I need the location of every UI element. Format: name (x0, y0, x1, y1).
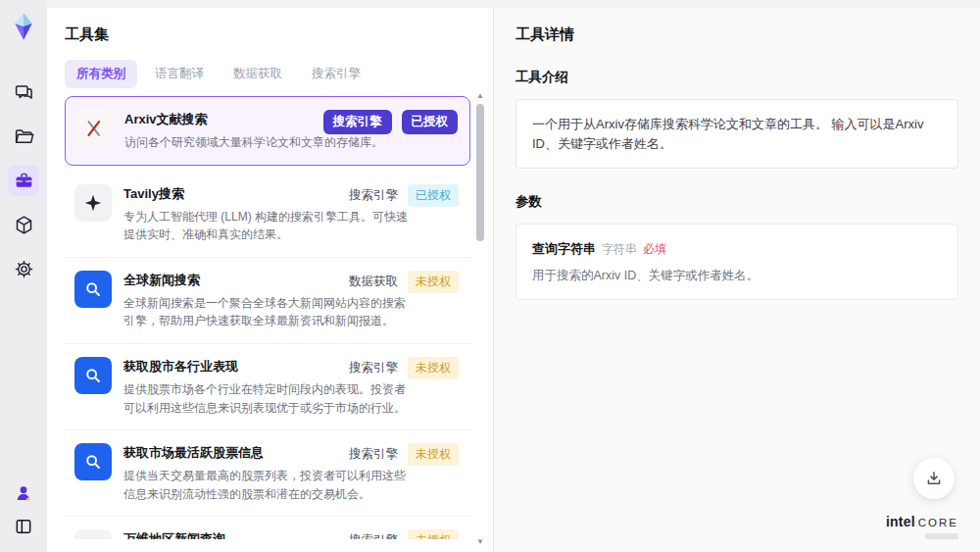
gear-icon[interactable] (8, 253, 39, 284)
search-blue-icon (74, 443, 112, 480)
sidebar-nav (8, 76, 39, 284)
category-tabs: 所有类别语言翻译数据获取搜索引擎 (65, 60, 493, 88)
folder-icon[interactable] (8, 121, 39, 152)
toolset-title: 工具集 (65, 25, 493, 44)
cube-icon[interactable] (8, 209, 39, 240)
list-scrollbar: ▲ ▼ (474, 92, 486, 546)
scrollbar-up-arrow[interactable]: ▲ (474, 92, 486, 100)
arxiv-icon (75, 110, 113, 147)
tool-list: Arxiv文献搜索 访问各个研究领域大量科学论文和文章的存储库。 搜索引擎 已授… (65, 96, 470, 539)
toolbox-icon[interactable] (8, 165, 39, 196)
tool-description: 全球新闻搜索是一个聚合全球各大新闻网站内容的搜索引擎，帮助用户快速获取全球最新资… (123, 294, 412, 330)
tool-auth-badge: 已授权 (402, 110, 459, 134)
tool-card[interactable]: Tavily搜索 专为人工智能代理 (LLM) 构建的搜索引擎工具。可快速提供实… (65, 172, 470, 258)
tool-card[interactable]: 万维地区新闻查询 查询具体行政区划内的新闻，快速了解各地新闻动 搜索引擎 未授权 (65, 517, 470, 539)
app-logo-icon (7, 10, 40, 43)
intel-brand-text: intel (886, 514, 915, 529)
parameter-row: 查询字符串字符串必填用于搜索的Arxiv ID、关键字或作者姓名。 (532, 239, 942, 284)
intel-core-badge: intelcore (886, 513, 958, 539)
tool-description: 访问各个研究领域大量科学论文和文章的存储库。 (124, 133, 413, 152)
scrollbar-thumb[interactable] (476, 104, 484, 241)
tool-card[interactable]: Arxiv文献搜索 访问各个研究领域大量科学论文和文章的存储库。 搜索引擎 已授… (65, 96, 470, 166)
tool-category-tag: 搜索引擎 (349, 446, 398, 463)
tool-details-panel: 工具详情 工具介绍 一个用于从Arxiv存储库搜索科学论文和文章的工具。 输入可… (493, 8, 980, 552)
main-area: 工具集 所有类别语言翻译数据获取搜索引擎 Arxiv文献搜索 访问各个研究领域大… (47, 0, 980, 552)
parameters-box: 查询字符串字符串必填用于搜索的Arxiv ID、关键字或作者姓名。 (515, 224, 958, 300)
tool-description: 提供当天交易量最高的股票列表，投资者可以利用这些信息来识别流动性强的股票和潜在的… (123, 467, 412, 503)
tool-auth-badge: 未授权 (408, 271, 459, 293)
search-blue-icon (74, 271, 112, 308)
tool-category-tag: 数据获取 (349, 274, 398, 290)
tool-auth-badge: 未授权 (408, 529, 459, 539)
intro-heading: 工具介绍 (515, 69, 958, 86)
download-button[interactable] (913, 458, 955, 499)
app-sidebar (0, 0, 47, 552)
panel-toggle-icon[interactable] (8, 511, 39, 542)
chat-icon[interactable] (8, 76, 39, 108)
tab-3[interactable]: 搜索引擎 (300, 60, 372, 88)
tool-card[interactable]: 获取股市各行业表现 提供股票市场各个行业在特定时间段内的表现。投资者可以利用这些… (65, 344, 470, 430)
tool-description: 提供股票市场各个行业在特定时间段内的表现。投资者可以利用这些信息来识别表现优于或… (123, 380, 412, 417)
search-blue-icon (74, 357, 112, 394)
scrollbar-down-arrow[interactable]: ▼ (474, 538, 486, 546)
tab-1[interactable]: 语言翻译 (143, 60, 216, 88)
tool-auth-badge: 已授权 (408, 184, 459, 207)
download-icon (925, 470, 943, 487)
tool-card[interactable]: 获取市场最活跃股票信息 提供当天交易量最高的股票列表，投资者可以利用这些信息来识… (65, 430, 470, 517)
intro-box: 一个用于从Arxiv存储库搜索科学论文和文章的工具。 输入可以是Arxiv ID… (515, 99, 958, 169)
tool-card[interactable]: 全球新闻搜索 全球新闻搜索是一个聚合全球各大新闻网站内容的搜索引擎，帮助用户快速… (65, 258, 470, 344)
tool-category-tag: 搜索引擎 (349, 532, 398, 539)
param-description: 用于搜索的Arxiv ID、关键字或作者姓名。 (532, 268, 942, 284)
tool-category-tag: 搜索引擎 (349, 360, 398, 376)
params-heading: 参数 (515, 193, 958, 211)
tool-category-tag: 搜索引擎 (349, 187, 398, 204)
sidebar-bottom-nav (8, 477, 39, 542)
tab-0[interactable]: 所有类别 (65, 60, 137, 88)
intel-badge-subline (925, 533, 958, 539)
details-title: 工具详情 (515, 25, 958, 44)
param-required-flag: 必填 (643, 242, 666, 256)
tool-auth-badge: 未授权 (408, 443, 459, 466)
tab-2[interactable]: 数据获取 (221, 60, 294, 88)
news-icon (74, 529, 112, 539)
core-brand-text: core (918, 517, 958, 528)
toolset-panel: 工具集 所有类别语言翻译数据获取搜索引擎 Arxiv文献搜索 访问各个研究领域大… (47, 8, 493, 552)
tool-category-tag: 搜索引擎 (323, 110, 392, 134)
user-icon[interactable] (8, 477, 39, 509)
param-type: 字符串 (602, 242, 637, 256)
tavily-icon (74, 184, 112, 222)
tool-auth-badge: 未授权 (408, 357, 459, 379)
param-name: 查询字符串 (532, 241, 596, 256)
tool-description: 专为人工智能代理 (LLM) 构建的搜索引擎工具。可快速提供实时、准确和真实的结… (123, 208, 412, 244)
